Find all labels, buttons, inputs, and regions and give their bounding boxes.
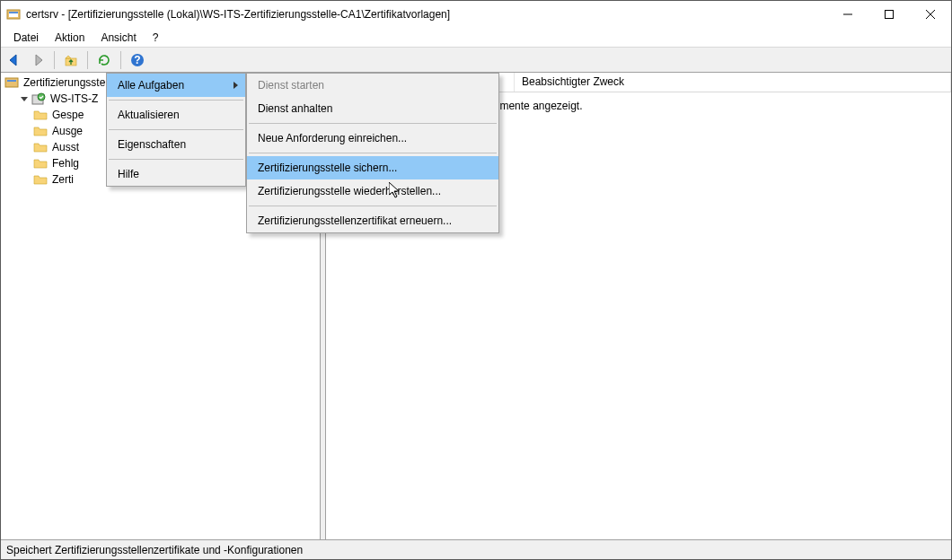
cm-service-start-label: Dienst starten — [258, 79, 324, 92]
cm-restore-ca[interactable]: Zertifizierungsstelle wiederherstellen..… — [247, 179, 498, 203]
cm-service-start: Dienst starten — [247, 74, 498, 97]
back-button[interactable] — [4, 50, 24, 70]
cm-new-request[interactable]: Neue Anforderung einreichen... — [247, 127, 498, 150]
close-icon — [926, 10, 935, 19]
help-icon: ? — [130, 53, 145, 67]
ca-root-icon — [4, 75, 19, 90]
tree-child-label: Zerti — [50, 173, 75, 186]
menubar: Datei Aktion Ansicht ? — [1, 28, 951, 48]
tree-child-label: Ausst — [50, 141, 81, 153]
folder-icon — [33, 172, 48, 187]
folder-icon — [33, 140, 48, 154]
forward-icon — [31, 53, 45, 67]
window-controls — [827, 1, 951, 28]
svg-point-13 — [38, 93, 45, 101]
folder-icon — [33, 108, 48, 122]
tree-child-label: Gespe — [50, 109, 85, 121]
context-menu-separator — [109, 159, 243, 160]
svg-text:?: ? — [134, 54, 140, 66]
window-title: certsrv - [Zertifizierungsstelle (Lokal)… — [26, 8, 827, 21]
context-menu-separator — [249, 123, 497, 124]
cm-renew-cert-label: Zertifizierungsstellenzertifikat erneuer… — [258, 214, 452, 227]
forward-button[interactable] — [28, 50, 48, 70]
cm-new-request-label: Neue Anforderung einreichen... — [258, 132, 407, 144]
folder-icon — [33, 156, 48, 171]
toolbar-separator — [120, 51, 121, 69]
cm-properties-label: Eigenschaften — [118, 138, 186, 151]
cm-service-stop-label: Dienst anhalten — [258, 102, 332, 115]
refresh-button[interactable] — [94, 50, 114, 70]
svg-rect-4 — [886, 11, 894, 19]
context-menu-separator — [249, 153, 497, 153]
cm-backup-ca[interactable]: Zertifizierungsstelle sichern... — [247, 156, 498, 179]
expander-icon[interactable] — [19, 93, 30, 104]
up-button[interactable] — [61, 50, 81, 70]
maximize-icon — [885, 10, 894, 19]
menu-view[interactable]: Ansicht — [93, 30, 143, 46]
tree-ca-label: WS-ITS-Z — [48, 92, 100, 105]
ca-icon — [31, 92, 46, 106]
body-area: Zertifizierungsstelle (Lokal) WS-ITS-Z — [1, 73, 951, 539]
toolbar: ? — [1, 48, 951, 73]
statusbar-text: Speichert Zertifizierungsstellenzertifik… — [6, 544, 303, 556]
minimize-button[interactable] — [827, 1, 868, 28]
cm-backup-ca-label: Zertifizierungsstelle sichern... — [258, 162, 397, 174]
cm-refresh[interactable]: Aktualisieren — [107, 103, 245, 127]
cm-help-label: Hilfe — [118, 168, 139, 180]
menu-action[interactable]: Aktion — [48, 30, 92, 46]
context-menu-separator — [249, 206, 497, 206]
up-icon — [64, 53, 78, 67]
tree-child-label: Ausge — [50, 125, 84, 137]
svg-rect-2 — [9, 12, 18, 13]
context-menu-separator — [109, 100, 243, 101]
folder-icon — [33, 124, 48, 138]
cm-help[interactable]: Hilfe — [107, 162, 245, 186]
mmc-icon — [6, 7, 21, 22]
minimize-icon — [843, 10, 852, 19]
back-icon — [7, 53, 22, 67]
mmc-window: certsrv - [Zertifizierungsstelle (Lokal)… — [0, 0, 952, 560]
menu-help[interactable]: ? — [145, 30, 166, 46]
menu-file[interactable]: Datei — [6, 30, 46, 46]
cm-service-stop[interactable]: Dienst anhalten — [247, 97, 498, 120]
close-button[interactable] — [910, 1, 951, 28]
toolbar-separator — [87, 51, 88, 69]
tree-child-label: Fehlg — [50, 157, 81, 170]
context-submenu: Dienst starten Dienst anhalten Neue Anfo… — [246, 73, 499, 233]
toolbar-separator — [54, 51, 55, 69]
svg-rect-11 — [7, 80, 16, 82]
cm-refresh-label: Aktualisieren — [118, 109, 180, 121]
cm-renew-cert[interactable]: Zertifizierungsstellenzertifikat erneuer… — [247, 209, 498, 232]
cm-restore-ca-label: Zertifizierungsstelle wiederherstellen..… — [258, 185, 441, 197]
cm-all-tasks-label: Alle Aufgaben — [118, 79, 184, 92]
context-menu-separator — [109, 129, 243, 130]
maximize-button[interactable] — [868, 1, 910, 28]
column-purpose[interactable]: Beabsichtigter Zweck — [515, 73, 951, 92]
titlebar: certsrv - [Zertifizierungsstelle (Lokal)… — [1, 1, 951, 28]
cm-all-tasks[interactable]: Alle Aufgaben — [107, 74, 245, 97]
help-button[interactable]: ? — [128, 50, 147, 70]
refresh-icon — [97, 53, 111, 67]
context-menu: Alle Aufgaben Aktualisieren Eigenschafte… — [106, 73, 246, 187]
cm-properties[interactable]: Eigenschaften — [107, 133, 245, 156]
svg-rect-10 — [5, 78, 18, 87]
statusbar: Speichert Zertifizierungsstellenzertifik… — [1, 539, 951, 559]
